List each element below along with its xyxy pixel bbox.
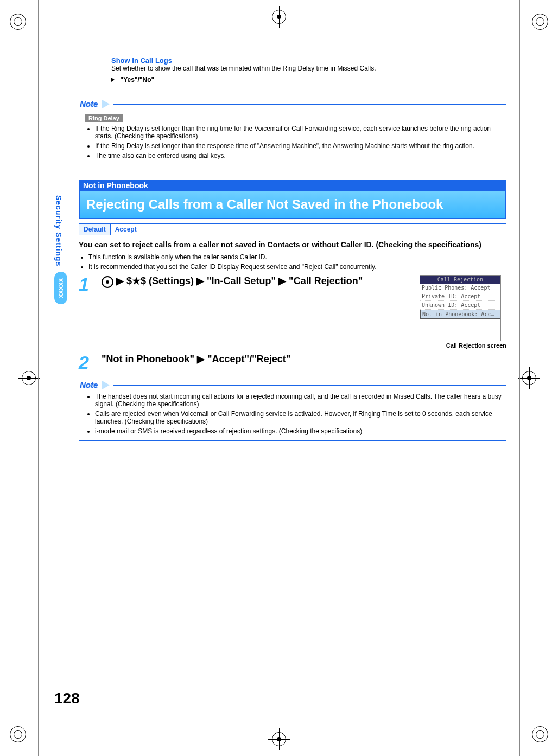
note-line [113, 104, 506, 105]
divider [111, 54, 506, 54]
crop-mark [522, 371, 536, 385]
call-rejection-screenshot: Call Rejection Public Phones: Accept Pri… [420, 275, 501, 341]
note-arrow-icon [102, 381, 110, 389]
note-label: Note [79, 380, 99, 389]
note1-bullet: If the Ring Delay is set longer than the… [95, 142, 506, 150]
default-key: Default [79, 224, 111, 235]
trim-line [38, 0, 39, 756]
registration-mark [532, 14, 548, 30]
note-line [113, 385, 506, 386]
center-key-icon [102, 276, 113, 288]
registration-mark [532, 726, 548, 742]
section-intro: You can set to reject calls from a calle… [79, 240, 506, 251]
step-2-text: "Not in Phonebook" ▶ "Accept"/"Reject" [102, 353, 506, 366]
section-intro-bullet: This function is available only when the… [88, 253, 506, 261]
note2-bullet: Calls are rejected even when Voicemail o… [95, 410, 506, 425]
screenshot-row-selected: Not in Phonebook: Acc… [420, 310, 500, 319]
side-block-text: XXXXX [58, 278, 64, 298]
note-arrow-icon [102, 100, 110, 108]
section-intro-bullet: It is recommended that you set the Calle… [88, 263, 506, 271]
page: Security Settings XXXXX Show in Call Log… [54, 52, 506, 707]
side-section-label: Security Settings [54, 195, 63, 266]
registration-mark [10, 14, 26, 30]
side-page-block: XXXXX [54, 272, 67, 304]
step-number: 2 [79, 353, 95, 371]
show-in-call-logs-option: "Yes"/"No" [120, 76, 154, 84]
crop-mark [272, 732, 286, 746]
screenshot-container: Call Rejection Public Phones: Accept Pri… [420, 275, 506, 349]
divider [79, 440, 506, 441]
screenshot-caption: Call Rejection screen [420, 342, 506, 349]
default-row: Default Accept [79, 223, 506, 235]
note-label: Note [79, 99, 99, 108]
note1-bullet: If the Ring Delay is set longer than the… [95, 125, 506, 140]
screenshot-row: Private ID: Accept [420, 292, 500, 301]
show-in-call-logs-desc: Set whether to show the call that was te… [111, 65, 506, 72]
screenshot-row: Public Phones: Accept [420, 284, 500, 292]
screenshot-row: Unknown ID: Accept [420, 301, 500, 310]
trim-line [509, 0, 509, 756]
registration-mark [10, 726, 26, 742]
note2-bullets: The handset does not start incoming call… [79, 393, 506, 435]
page-number: 128 [54, 690, 80, 707]
default-value: Accept [111, 224, 141, 235]
note-header: Note [79, 380, 506, 389]
trim-line [519, 0, 520, 756]
crop-mark [22, 371, 36, 385]
step-1-text: ▶ $★$ (Settings) ▶ "In-Call Setup" ▶ "Ca… [102, 275, 413, 287]
side-tab: Security Settings XXXXX [54, 195, 67, 304]
step-2: 2 "Not in Phonebook" ▶ "Accept"/"Reject" [79, 353, 506, 371]
note1-bullets: If the Ring Delay is set longer than the… [79, 125, 506, 159]
section-title: Rejecting Calls from a Caller Not Saved … [79, 191, 506, 219]
triangle-bullet-icon [111, 78, 115, 82]
trim-line [49, 0, 49, 756]
screenshot-title: Call Rejection [420, 276, 500, 284]
note2-bullet: The handset does not start incoming call… [95, 393, 506, 408]
step-number: 1 [79, 275, 95, 293]
step-1-instruction: ▶ $★$ (Settings) ▶ "In-Call Setup" ▶ "Ca… [113, 276, 363, 286]
step-1: 1 ▶ $★$ (Settings) ▶ "In-Call Setup" ▶ "… [79, 275, 506, 349]
content-area: Show in Call Logs Set whether to show th… [79, 52, 506, 443]
divider [79, 165, 506, 165]
ring-delay-chip: Ring Delay [85, 114, 123, 122]
note-header: Note [79, 99, 506, 108]
subheading-show-in-call-logs: Show in Call Logs [111, 56, 506, 65]
section-banner: Not in Phonebook [79, 180, 506, 191]
note2-bullet: i-mode mail or SMS is received regardles… [95, 427, 506, 435]
crop-mark [272, 10, 286, 24]
note1-bullet: The time also can be entered using dial … [95, 152, 506, 159]
section-intro-bullets: This function is available only when the… [79, 253, 506, 271]
